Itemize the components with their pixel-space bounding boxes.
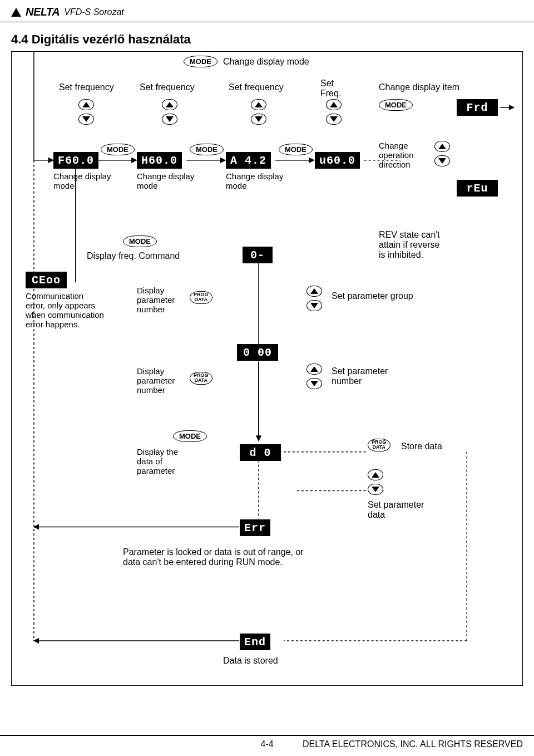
label-cdm-3: Change display mode (226, 171, 283, 190)
mode-button-2[interactable]: MODE (190, 144, 224, 155)
label-change-op-dir: Change operation direction (379, 141, 414, 169)
mode-button-data[interactable]: MODE (173, 430, 207, 442)
mode-button-freqcmd[interactable]: MODE (123, 235, 157, 247)
prog-data-button-store[interactable]: PROG DATA (368, 439, 390, 451)
label-set-param-number: Set parameter number (332, 366, 388, 386)
label-comm-error: Communication error, only appears when c… (26, 291, 104, 329)
display-err: Err (240, 519, 270, 536)
updown-param-number[interactable] (306, 364, 322, 389)
display-frd: Frd (457, 99, 498, 116)
label-set-param-data: Set parameter data (368, 500, 424, 520)
display-zero-dash: 0- (243, 247, 273, 263)
arrow-up-icon[interactable] (251, 99, 266, 110)
display-a42: A 4.2 (226, 152, 271, 169)
arrow-down-icon[interactable] (434, 155, 450, 166)
arrow-down-icon[interactable] (326, 114, 342, 125)
updown-param-data[interactable] (368, 469, 383, 495)
label-cdm-1: Change display mode (53, 171, 111, 190)
label-change-display-item: Change display item (379, 82, 459, 92)
label-rev-note: REV state can't attain if reverse is inh… (379, 230, 440, 260)
data-label: DATA (194, 378, 207, 383)
label-display-data-of-param: Display the data of parameter (137, 447, 178, 475)
prog-data-button-1[interactable]: PROG DATA (190, 291, 212, 304)
page-header: NELTA VFD-S Sorozat (0, 0, 534, 22)
display-ceoo: CEoo (26, 272, 67, 288)
display-f600: F60.0 (53, 152, 98, 169)
updown-setfreq-3[interactable] (251, 99, 266, 125)
label-set-frequency-3: Set frequency (229, 82, 284, 92)
updown-setfreq-1[interactable] (78, 99, 94, 125)
arrow-down-icon[interactable] (251, 114, 266, 125)
prog-data-button-2[interactable]: PROG DATA (190, 372, 212, 385)
diagram-canvas: Set frequency Set frequency Set frequenc… (11, 51, 523, 686)
updown-setfreq-4[interactable] (326, 99, 342, 125)
updown-op-dir[interactable] (434, 141, 450, 166)
brand-name: NELTA (26, 6, 60, 18)
arrow-up-icon[interactable] (306, 364, 322, 375)
data-label: DATA (372, 445, 385, 450)
display-end: End (240, 634, 270, 650)
series-name: VFD-S Sorozat (64, 7, 124, 17)
display-u600: u60.0 (315, 152, 360, 169)
section-title: 4.4 Digitális vezérlő használata (0, 22, 534, 51)
arrow-up-icon[interactable] (368, 469, 383, 480)
display-reu: rEu (457, 180, 498, 197)
arrow-down-icon[interactable] (78, 114, 94, 125)
mode-button-frd[interactable]: MODE (379, 99, 413, 111)
arrow-down-icon[interactable] (368, 484, 383, 495)
mode-button-1[interactable]: MODE (101, 144, 135, 155)
arrow-up-icon[interactable] (306, 286, 322, 297)
label-data-stored: Data is stored (223, 656, 278, 666)
label-set-freq-short: Set Freq. (320, 78, 341, 99)
display-000: 0 00 (237, 344, 278, 361)
arrow-down-icon[interactable] (306, 378, 322, 389)
arrow-down-icon[interactable] (162, 114, 177, 125)
updown-setfreq-2[interactable] (162, 99, 177, 125)
arrow-up-icon[interactable] (78, 99, 94, 110)
delta-logo-icon (11, 8, 21, 17)
label-set-param-group: Set parameter group (332, 291, 413, 301)
footer-copyright: DELTA ELECTRONICS, INC. ALL RIGHTS RESER… (303, 739, 523, 749)
label-disp-param-num-2: Display parameter number (137, 366, 175, 395)
arrow-up-icon[interactable] (162, 99, 177, 110)
label-disp-param-num-1: Display parameter number (137, 286, 175, 314)
data-label: DATA (194, 297, 207, 302)
display-h600: H60.0 (137, 152, 182, 169)
page-footer: 4-4 DELTA ELECTRONICS, INC. ALL RIGHTS R… (0, 735, 534, 756)
display-d0: d 0 (240, 444, 281, 461)
label-set-frequency-2: Set frequency (140, 82, 195, 92)
updown-param-group[interactable] (306, 286, 322, 311)
arrow-up-icon[interactable] (434, 141, 450, 152)
label-cdm-2: Change display mode (137, 171, 194, 190)
label-store-data: Store data (401, 441, 442, 451)
page-number: 4-4 (260, 739, 273, 749)
arrow-down-icon[interactable] (306, 300, 322, 311)
label-set-frequency-1: Set frequency (59, 82, 114, 92)
label-display-freq-cmd: Display freq. Command (87, 251, 180, 261)
arrow-up-icon[interactable] (326, 99, 342, 110)
mode-button-3[interactable]: MODE (279, 144, 313, 155)
label-err-note: Parameter is locked or data is out of ra… (123, 547, 304, 567)
